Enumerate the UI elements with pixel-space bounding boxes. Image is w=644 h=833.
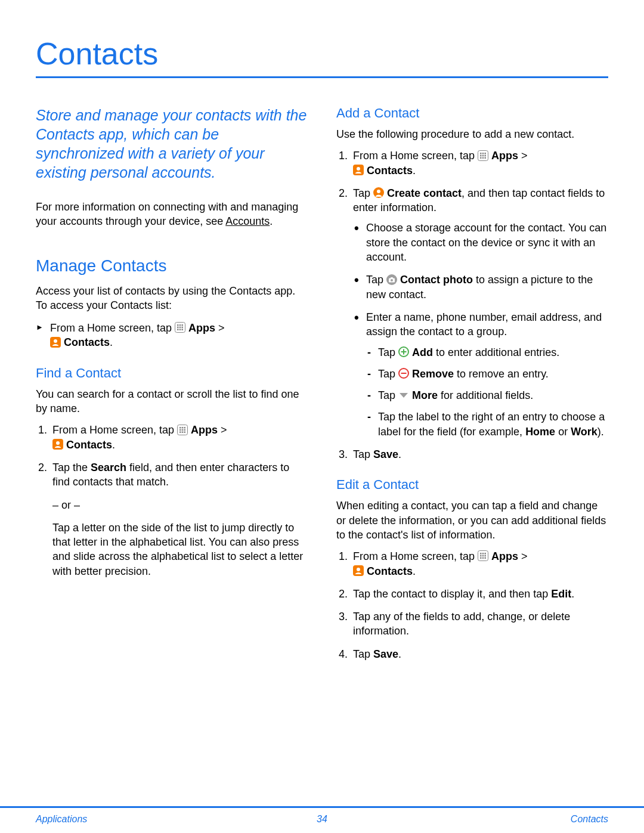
add-contact-text: Use the following procedure to add a new… bbox=[336, 127, 608, 141]
list-item: Choose a storage account for the contact… bbox=[366, 221, 608, 264]
list-item: Tap Remove to remove an entry. bbox=[378, 367, 608, 381]
list-item: Enter a name, phone number, email addres… bbox=[366, 310, 608, 439]
add-steps: From a Home screen, tap Apps > Contacts.… bbox=[336, 148, 608, 462]
minus-icon bbox=[398, 368, 409, 379]
left-column: Store and manage your contacts with the … bbox=[36, 106, 308, 670]
camera-icon bbox=[386, 274, 397, 285]
contacts-icon bbox=[50, 337, 61, 348]
apps-icon bbox=[478, 550, 488, 561]
edit-contact-text: When editing a contact, you can tap a fi… bbox=[336, 498, 608, 542]
list-item: Tap More for additional fields. bbox=[378, 388, 608, 402]
create-contact-icon bbox=[373, 187, 384, 198]
accounts-link[interactable]: Accounts bbox=[225, 215, 270, 227]
list-item: Tap Save. bbox=[351, 647, 608, 661]
edit-steps: From a Home screen, tap Apps > Contacts.… bbox=[336, 549, 608, 661]
chevron-down-icon bbox=[398, 389, 409, 400]
plus-icon bbox=[398, 346, 409, 357]
contacts-icon bbox=[353, 165, 364, 175]
find-alt-text: Tap a letter on the side of the list to … bbox=[52, 521, 308, 578]
contacts-icon bbox=[52, 439, 63, 450]
list-item: From a Home screen, tap Apps > Contacts. bbox=[50, 423, 308, 452]
manage-contacts-heading: Manage Contacts bbox=[36, 256, 308, 275]
more-info-text: For more information on connecting with … bbox=[36, 200, 308, 229]
find-steps: From a Home screen, tap Apps > Contacts.… bbox=[36, 423, 308, 578]
right-column: Add a Contact Use the following procedur… bbox=[336, 106, 608, 670]
list-item: Tap the Search field, and then enter cha… bbox=[50, 460, 308, 578]
list-item: Tap Create contact, and then tap contact… bbox=[351, 186, 608, 439]
apps-icon bbox=[478, 150, 488, 161]
list-item: Tap Add to enter additional entries. bbox=[378, 345, 608, 360]
footer-left: Applications bbox=[36, 814, 227, 825]
apps-icon bbox=[175, 322, 185, 333]
or-divider: – or – bbox=[52, 498, 308, 512]
list-item: Tap any of the fields to add, change, or… bbox=[351, 609, 608, 639]
find-contact-heading: Find a Contact bbox=[36, 366, 308, 381]
list-item: From a Home screen, tap Apps > Contacts. bbox=[351, 549, 608, 578]
apps-icon bbox=[177, 425, 188, 435]
intro-summary: Store and manage your contacts with the … bbox=[36, 106, 308, 182]
page: Contacts Store and manage your contacts … bbox=[0, 0, 644, 833]
content-columns: Store and manage your contacts with the … bbox=[36, 106, 608, 670]
footer-page-number: 34 bbox=[227, 814, 417, 825]
manage-contacts-text: Access your list of contacts by using th… bbox=[36, 284, 308, 313]
list-item: Tap the label to the right of an entry t… bbox=[378, 410, 608, 439]
list-item: Tap Contact photo to assign a picture to… bbox=[366, 272, 608, 302]
field-actions: Tap Add to enter additional entries. Tap… bbox=[366, 345, 608, 439]
footer-right: Contacts bbox=[417, 814, 608, 825]
manage-steps: From a Home screen, tap Apps > Contacts. bbox=[36, 321, 308, 350]
add-substeps: Choose a storage account for the contact… bbox=[353, 221, 608, 439]
edit-contact-heading: Edit a Contact bbox=[336, 477, 608, 493]
list-item: From a Home screen, tap Apps > Contacts. bbox=[50, 321, 308, 350]
add-contact-heading: Add a Contact bbox=[336, 106, 608, 121]
page-title: Contacts bbox=[36, 36, 608, 78]
contacts-icon bbox=[353, 565, 364, 576]
list-item: Tap Save. bbox=[351, 447, 608, 462]
list-item: Tap the contact to display it, and then … bbox=[351, 587, 608, 601]
find-contact-text: You can search for a contact or scroll t… bbox=[36, 387, 308, 416]
footer: Applications 34 Contacts bbox=[0, 806, 644, 833]
list-item: From a Home screen, tap Apps > Contacts. bbox=[351, 148, 608, 178]
